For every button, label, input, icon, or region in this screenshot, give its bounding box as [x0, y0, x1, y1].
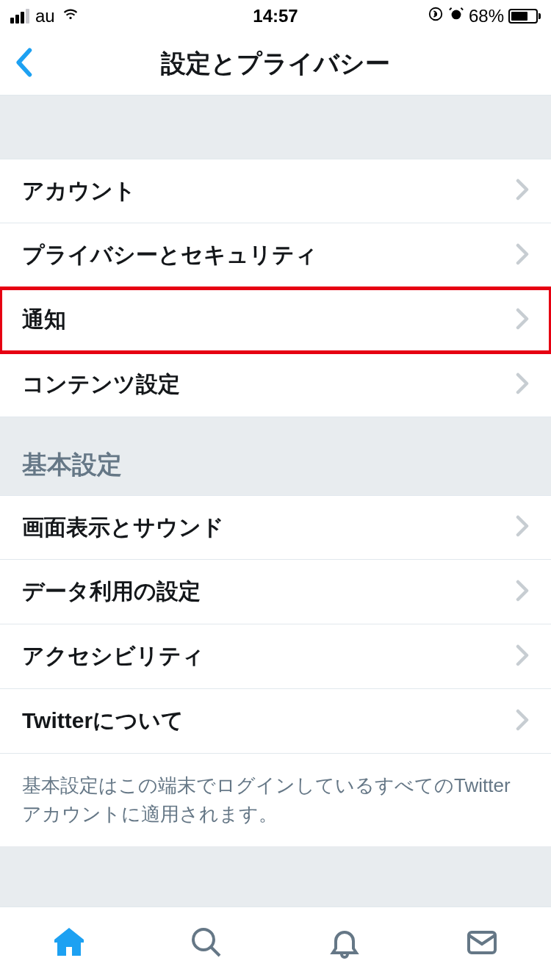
settings-item-about-twitter[interactable]: Twitterについて	[0, 689, 551, 754]
chevron-right-icon	[516, 515, 529, 540]
alarm-icon	[448, 6, 464, 26]
carrier-label: au	[35, 6, 55, 26]
status-right: 68%	[428, 6, 541, 26]
tab-messages[interactable]	[464, 925, 500, 963]
status-left: au	[10, 4, 80, 28]
status-time: 14:57	[253, 6, 298, 26]
svg-point-2	[452, 10, 461, 20]
status-bar: au 14:57 68%	[0, 0, 551, 32]
chevron-right-icon	[516, 243, 529, 268]
svg-point-3	[193, 929, 214, 950]
settings-item-privacy[interactable]: プライバシーとセキュリティ	[0, 223, 551, 288]
settings-item-account[interactable]: アカウント	[0, 159, 551, 223]
wifi-icon	[61, 4, 80, 28]
settings-item-label: 画面表示とサウンド	[22, 513, 224, 543]
tab-notifications[interactable]	[327, 925, 362, 963]
settings-item-label: コンテンツ設定	[22, 370, 180, 400]
back-button[interactable]	[13, 48, 34, 80]
settings-item-label: プライバシーとセキュリティ	[22, 240, 317, 270]
chevron-right-icon	[516, 580, 529, 605]
section-spacer	[0, 96, 551, 159]
orientation-lock-icon	[428, 6, 444, 26]
battery-percent: 68%	[469, 6, 504, 26]
settings-item-data-usage[interactable]: データ利用の設定	[0, 560, 551, 624]
signal-icon	[10, 9, 29, 24]
settings-item-accessibility[interactable]: アクセシビリティ	[0, 624, 551, 689]
tab-search[interactable]	[189, 925, 224, 963]
svg-rect-1	[434, 12, 437, 16]
bell-icon	[327, 925, 362, 960]
settings-item-label: アカウント	[22, 176, 136, 206]
nav-header: 設定とプライバシー	[0, 32, 551, 96]
tab-bar	[0, 907, 551, 980]
main-settings-list: アカウント プライバシーとセキュリティ 通知 コンテンツ設定	[0, 159, 551, 417]
home-icon	[51, 925, 87, 960]
page-title: 設定とプライバシー	[161, 47, 390, 81]
chevron-right-icon	[516, 709, 529, 734]
settings-item-content[interactable]: コンテンツ設定	[0, 353, 551, 417]
section-header-basic: 基本設定	[0, 417, 551, 495]
svg-line-4	[211, 947, 220, 956]
settings-item-label: 通知	[22, 305, 66, 335]
battery-icon	[508, 9, 541, 24]
settings-item-notifications[interactable]: 通知	[0, 288, 551, 353]
settings-item-label: データ利用の設定	[22, 577, 201, 607]
settings-item-display-sound[interactable]: 画面表示とサウンド	[0, 495, 551, 560]
chevron-right-icon	[516, 644, 529, 669]
chevron-right-icon	[516, 308, 529, 333]
search-icon	[189, 925, 224, 960]
tab-home[interactable]	[51, 925, 87, 963]
envelope-icon	[464, 925, 500, 960]
chevron-right-icon	[516, 372, 529, 397]
basic-settings-list: 画面表示とサウンド データ利用の設定 アクセシビリティ Twitterについて …	[0, 495, 551, 846]
section-footer-note: 基本設定はこの端末でログインしているすべてのTwitterアカウントに適用されま…	[0, 754, 551, 846]
settings-item-label: アクセシビリティ	[22, 641, 204, 671]
settings-item-label: Twitterについて	[22, 706, 184, 736]
chevron-right-icon	[516, 179, 529, 203]
